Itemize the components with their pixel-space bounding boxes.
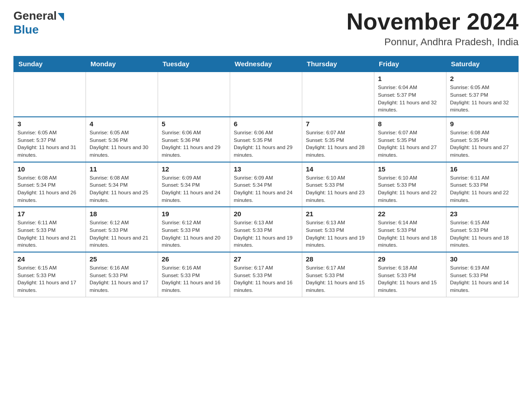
calendar-cell: 22Sunrise: 6:14 AMSunset: 5:33 PMDayligh… <box>374 207 446 252</box>
day-info: Sunrise: 6:13 AMSunset: 5:33 PMDaylight:… <box>234 219 298 249</box>
day-number: 9 <box>450 120 515 128</box>
calendar-cell: 30Sunrise: 6:19 AMSunset: 5:33 PMDayligh… <box>446 252 519 297</box>
day-number: 13 <box>234 165 298 173</box>
calendar-cell: 18Sunrise: 6:12 AMSunset: 5:33 PMDayligh… <box>86 207 158 252</box>
day-info: Sunrise: 6:08 AMSunset: 5:34 PMDaylight:… <box>90 174 154 204</box>
day-info: Sunrise: 6:14 AMSunset: 5:33 PMDaylight:… <box>378 219 442 249</box>
day-number: 1 <box>378 75 442 82</box>
logo: General Blue <box>13 9 65 37</box>
weekday-header-saturday: Saturday <box>446 56 519 72</box>
calendar-subtitle: Ponnur, Andhra Pradesh, India <box>347 36 519 48</box>
day-number: 28 <box>306 255 370 263</box>
day-number: 10 <box>17 165 82 173</box>
day-number: 5 <box>162 120 226 128</box>
day-number: 17 <box>17 210 82 218</box>
calendar-cell: 16Sunrise: 6:11 AMSunset: 5:33 PMDayligh… <box>446 162 519 207</box>
calendar-cell: 28Sunrise: 6:17 AMSunset: 5:33 PMDayligh… <box>302 252 374 297</box>
day-number: 26 <box>162 255 226 263</box>
calendar-cell: 15Sunrise: 6:10 AMSunset: 5:33 PMDayligh… <box>374 162 446 207</box>
day-info: Sunrise: 6:11 AMSunset: 5:33 PMDaylight:… <box>450 174 515 204</box>
calendar-cell: 14Sunrise: 6:10 AMSunset: 5:33 PMDayligh… <box>302 162 374 207</box>
calendar-cell: 8Sunrise: 6:07 AMSunset: 5:35 PMDaylight… <box>374 117 446 162</box>
calendar-title: November 2024 <box>347 9 519 34</box>
calendar-cell: 9Sunrise: 6:08 AMSunset: 5:35 PMDaylight… <box>446 117 519 162</box>
day-info: Sunrise: 6:16 AMSunset: 5:33 PMDaylight:… <box>162 264 226 294</box>
weekday-header-friday: Friday <box>374 56 446 72</box>
day-info: Sunrise: 6:08 AMSunset: 5:35 PMDaylight:… <box>450 129 515 159</box>
day-info: Sunrise: 6:09 AMSunset: 5:34 PMDaylight:… <box>162 174 226 204</box>
calendar-cell: 24Sunrise: 6:15 AMSunset: 5:33 PMDayligh… <box>14 252 86 297</box>
day-info: Sunrise: 6:11 AMSunset: 5:33 PMDaylight:… <box>17 219 82 249</box>
logo-arrow-icon <box>58 13 64 21</box>
day-number: 30 <box>450 255 515 263</box>
calendar-cell: 23Sunrise: 6:15 AMSunset: 5:33 PMDayligh… <box>446 207 519 252</box>
calendar-cell: 1Sunrise: 6:04 AMSunset: 5:37 PMDaylight… <box>374 72 446 117</box>
calendar-cell: 6Sunrise: 6:06 AMSunset: 5:35 PMDaylight… <box>230 117 302 162</box>
page-header: General Blue November 2024 Ponnur, Andhr… <box>13 9 519 48</box>
calendar-cell <box>158 72 230 117</box>
day-number: 25 <box>90 255 154 263</box>
day-number: 7 <box>306 120 370 128</box>
calendar-week-5: 24Sunrise: 6:15 AMSunset: 5:33 PMDayligh… <box>14 252 519 297</box>
calendar-cell: 19Sunrise: 6:12 AMSunset: 5:33 PMDayligh… <box>158 207 230 252</box>
day-info: Sunrise: 6:19 AMSunset: 5:33 PMDaylight:… <box>450 264 515 294</box>
calendar-week-3: 10Sunrise: 6:08 AMSunset: 5:34 PMDayligh… <box>14 162 519 207</box>
day-info: Sunrise: 6:10 AMSunset: 5:33 PMDaylight:… <box>306 174 370 204</box>
calendar-cell: 21Sunrise: 6:13 AMSunset: 5:33 PMDayligh… <box>302 207 374 252</box>
calendar-cell: 7Sunrise: 6:07 AMSunset: 5:35 PMDaylight… <box>302 117 374 162</box>
calendar-header-row: SundayMondayTuesdayWednesdayThursdayFrid… <box>14 56 519 72</box>
day-number: 20 <box>234 210 298 218</box>
day-info: Sunrise: 6:17 AMSunset: 5:33 PMDaylight:… <box>306 264 370 294</box>
weekday-header-wednesday: Wednesday <box>230 56 302 72</box>
day-number: 21 <box>306 210 370 218</box>
day-info: Sunrise: 6:13 AMSunset: 5:33 PMDaylight:… <box>306 219 370 249</box>
day-info: Sunrise: 6:18 AMSunset: 5:33 PMDaylight:… <box>378 264 442 294</box>
calendar-week-1: 1Sunrise: 6:04 AMSunset: 5:37 PMDaylight… <box>14 72 519 117</box>
calendar-cell: 10Sunrise: 6:08 AMSunset: 5:34 PMDayligh… <box>14 162 86 207</box>
day-info: Sunrise: 6:09 AMSunset: 5:34 PMDaylight:… <box>234 174 298 204</box>
day-number: 2 <box>450 75 515 82</box>
weekday-header-tuesday: Tuesday <box>158 56 230 72</box>
day-info: Sunrise: 6:12 AMSunset: 5:33 PMDaylight:… <box>90 219 154 249</box>
day-number: 16 <box>450 165 515 173</box>
day-info: Sunrise: 6:07 AMSunset: 5:35 PMDaylight:… <box>306 129 370 159</box>
calendar-cell <box>302 72 374 117</box>
day-number: 11 <box>90 165 154 173</box>
day-info: Sunrise: 6:05 AMSunset: 5:36 PMDaylight:… <box>90 129 154 159</box>
calendar-cell: 27Sunrise: 6:17 AMSunset: 5:33 PMDayligh… <box>230 252 302 297</box>
calendar-cell: 17Sunrise: 6:11 AMSunset: 5:33 PMDayligh… <box>14 207 86 252</box>
calendar-cell: 4Sunrise: 6:05 AMSunset: 5:36 PMDaylight… <box>86 117 158 162</box>
day-number: 18 <box>90 210 154 218</box>
weekday-header-monday: Monday <box>86 56 158 72</box>
calendar-week-4: 17Sunrise: 6:11 AMSunset: 5:33 PMDayligh… <box>14 207 519 252</box>
calendar-cell: 11Sunrise: 6:08 AMSunset: 5:34 PMDayligh… <box>86 162 158 207</box>
day-info: Sunrise: 6:17 AMSunset: 5:33 PMDaylight:… <box>234 264 298 294</box>
calendar-cell <box>14 72 86 117</box>
calendar-table: SundayMondayTuesdayWednesdayThursdayFrid… <box>13 56 519 297</box>
calendar-cell: 12Sunrise: 6:09 AMSunset: 5:34 PMDayligh… <box>158 162 230 207</box>
day-number: 3 <box>17 120 82 128</box>
calendar-cell: 20Sunrise: 6:13 AMSunset: 5:33 PMDayligh… <box>230 207 302 252</box>
logo-blue-text: Blue <box>13 23 39 36</box>
day-number: 27 <box>234 255 298 263</box>
calendar-cell <box>230 72 302 117</box>
calendar-cell: 13Sunrise: 6:09 AMSunset: 5:34 PMDayligh… <box>230 162 302 207</box>
calendar-cell <box>86 72 158 117</box>
day-info: Sunrise: 6:05 AMSunset: 5:37 PMDaylight:… <box>450 84 515 114</box>
calendar-cell: 2Sunrise: 6:05 AMSunset: 5:37 PMDaylight… <box>446 72 519 117</box>
weekday-header-sunday: Sunday <box>14 56 86 72</box>
day-number: 4 <box>90 120 154 128</box>
day-info: Sunrise: 6:16 AMSunset: 5:33 PMDaylight:… <box>90 264 154 294</box>
day-number: 12 <box>162 165 226 173</box>
day-number: 14 <box>306 165 370 173</box>
day-info: Sunrise: 6:06 AMSunset: 5:35 PMDaylight:… <box>234 129 298 159</box>
day-info: Sunrise: 6:04 AMSunset: 5:37 PMDaylight:… <box>378 84 442 114</box>
calendar-cell: 25Sunrise: 6:16 AMSunset: 5:33 PMDayligh… <box>86 252 158 297</box>
day-number: 23 <box>450 210 515 218</box>
day-number: 29 <box>378 255 442 263</box>
day-info: Sunrise: 6:15 AMSunset: 5:33 PMDaylight:… <box>450 219 515 249</box>
calendar-cell: 5Sunrise: 6:06 AMSunset: 5:36 PMDaylight… <box>158 117 230 162</box>
day-info: Sunrise: 6:06 AMSunset: 5:36 PMDaylight:… <box>162 129 226 159</box>
day-info: Sunrise: 6:12 AMSunset: 5:33 PMDaylight:… <box>162 219 226 249</box>
day-info: Sunrise: 6:08 AMSunset: 5:34 PMDaylight:… <box>17 174 82 204</box>
